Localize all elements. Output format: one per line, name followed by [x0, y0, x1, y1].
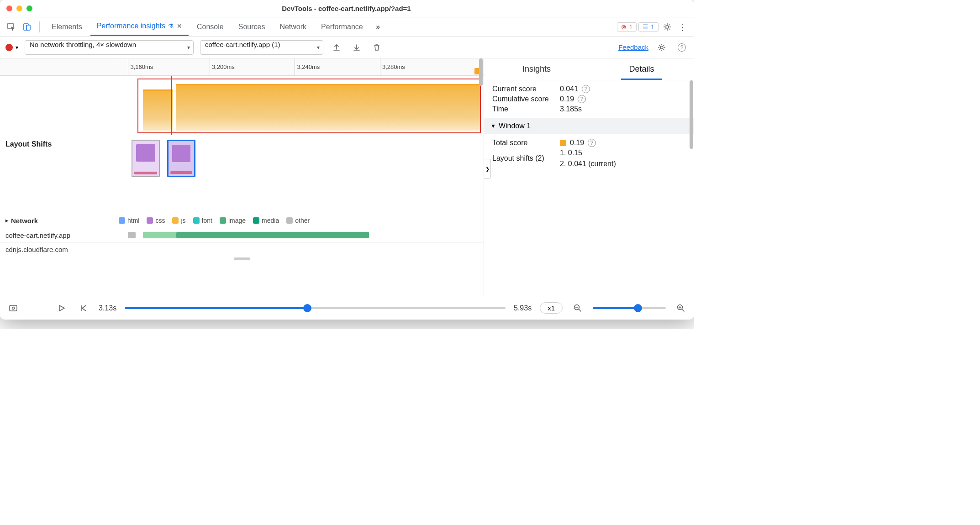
rewind-button[interactable] — [77, 301, 90, 315]
issues-count: 1 — [651, 23, 654, 31]
insights-tab-label: Insights — [522, 64, 551, 74]
error-icon: ⊗ — [621, 23, 627, 31]
tick-label: 3,280ms — [382, 63, 405, 70]
network-bar-track[interactable] — [113, 228, 484, 242]
svg-point-4 — [660, 46, 663, 49]
tab-label: Network — [279, 23, 306, 31]
close-window-button[interactable] — [6, 5, 12, 11]
tab-performance[interactable]: Performance — [315, 17, 369, 36]
legend-html: html — [127, 217, 139, 224]
feedback-link[interactable]: Feedback — [618, 43, 648, 51]
recording-select[interactable]: coffee-cart.netlify.app (1) — [200, 40, 323, 55]
devtools-window: DevTools - coffee-cart.netlify.app/?ad=1… — [0, 0, 694, 320]
screenshot-thumb[interactable] — [132, 140, 160, 177]
help-icon[interactable]: ? — [675, 41, 689, 54]
panel-settings-icon[interactable] — [655, 41, 669, 54]
help-icon[interactable]: ? — [578, 95, 586, 103]
time-slider[interactable] — [125, 303, 506, 314]
insights-toolbar: ▾ No network throttling, 4× slowdown cof… — [0, 37, 694, 58]
kebab-menu-icon[interactable]: ⋮ — [676, 20, 690, 34]
current-score-value: 0.041 — [560, 85, 578, 93]
zoom-slider[interactable] — [593, 303, 666, 314]
layout-shifts-row: Layout Shifts — [0, 76, 484, 213]
tab-sources[interactable]: Sources — [232, 17, 272, 36]
error-count: 1 — [629, 23, 632, 31]
layout-shifts-label: Layout Shifts — [0, 76, 113, 213]
svg-point-3 — [666, 26, 669, 28]
ruler-ticks[interactable]: 3,160ms 3,200ms 3,240ms 3,280ms — [113, 58, 484, 75]
timeline-scrollbar[interactable] — [478, 58, 483, 296]
playhead-line[interactable] — [171, 76, 172, 135]
tab-details[interactable]: Details — [589, 58, 694, 80]
tab-label: Performance insights — [97, 22, 165, 30]
more-tabs-icon[interactable]: » — [371, 20, 385, 34]
details-kv: Current score 0.041? Cumulative score 0.… — [484, 80, 694, 118]
inspect-element-icon[interactable] — [5, 20, 18, 34]
tab-performance-insights[interactable]: Performance insights ⚗ ✕ — [90, 17, 189, 36]
import-icon[interactable] — [350, 41, 364, 54]
issues-badge[interactable]: ☰ 1 — [638, 22, 659, 31]
timeline-pane: 3,160ms 3,200ms 3,240ms 3,280ms Layout S… — [0, 58, 484, 296]
play-button[interactable] — [55, 301, 68, 315]
timeline-player: 3.13s 5.93s x1 — [0, 296, 694, 320]
host-label: cdnjs.cloudflare.com — [5, 246, 68, 253]
legend-js: js — [181, 217, 185, 224]
cls-window-box — [137, 79, 481, 133]
player-end-time: 5.93s — [514, 304, 532, 312]
delete-icon[interactable] — [370, 41, 384, 54]
screenshot-thumb-selected[interactable] — [167, 140, 195, 177]
maximize-window-button[interactable] — [26, 5, 32, 11]
layout-shift-item[interactable]: 2. 0.041 (current) — [560, 160, 616, 168]
help-icon[interactable]: ? — [588, 139, 596, 147]
error-badge[interactable]: ⊗ 1 — [617, 22, 637, 31]
window-section-body: Total score 0.19? Layout shifts (2) 1. 0… — [484, 134, 694, 173]
svg-rect-2 — [26, 25, 30, 30]
issues-icon: ☰ — [643, 23, 648, 31]
details-pane: ❯ Insights Details Current score 0.041? … — [484, 58, 694, 296]
layout-shifts-count-label: Layout shifts (2) — [492, 154, 556, 163]
throttling-select[interactable]: No network throttling, 4× slowdown — [25, 40, 194, 55]
time-ruler: 3,160ms 3,200ms 3,240ms 3,280ms — [0, 58, 484, 76]
close-tab-icon[interactable]: ✕ — [177, 22, 182, 30]
expand-sidepanel-icon[interactable]: ❯ — [484, 159, 491, 179]
tick-label: 3,160ms — [130, 63, 153, 70]
total-score-label: Total score — [492, 139, 556, 147]
main-area: 3,160ms 3,200ms 3,240ms 3,280ms Layout S… — [0, 58, 694, 296]
details-scrollbar[interactable] — [689, 58, 693, 296]
minimize-window-button[interactable] — [16, 5, 22, 11]
preview-toggle-icon[interactable] — [6, 301, 20, 315]
zoom-in-icon[interactable] — [674, 301, 688, 315]
svg-point-6 — [12, 307, 15, 309]
legend-image: image — [228, 217, 246, 224]
network-host-row: coffee-cart.netlify.app — [0, 228, 484, 242]
record-button[interactable] — [5, 44, 13, 51]
layout-shifts-track[interactable] — [113, 76, 484, 213]
svg-rect-5 — [10, 305, 17, 311]
settings-gear-icon[interactable] — [660, 20, 674, 34]
resize-handle[interactable] — [0, 256, 484, 262]
export-icon[interactable] — [330, 41, 343, 54]
zoom-out-icon[interactable] — [571, 301, 585, 315]
title-bar: DevTools - coffee-cart.netlify.app/?ad=1 — [0, 0, 694, 17]
legend-other: other — [295, 217, 310, 224]
legend-css: css — [155, 217, 165, 224]
tab-network[interactable]: Network — [273, 17, 313, 36]
zoom-text: x1 — [548, 304, 555, 312]
expand-icon[interactable]: ▸ — [5, 217, 8, 224]
cumulative-score-value: 0.19 — [560, 95, 574, 103]
host-label: coffee-cart.netlify.app — [5, 231, 70, 239]
device-toolbar-icon[interactable] — [20, 20, 34, 34]
layout-shift-item[interactable]: 1. 0.15 — [560, 149, 582, 157]
tab-elements[interactable]: Elements — [45, 17, 89, 36]
collapse-icon[interactable]: ▼ — [490, 123, 496, 129]
record-dropdown-icon[interactable]: ▾ — [16, 44, 18, 51]
tick-label: 3,200ms — [212, 63, 235, 70]
tab-console[interactable]: Console — [190, 17, 230, 36]
window-section-header[interactable]: ▼ Window 1 — [484, 118, 694, 134]
zoom-value[interactable]: x1 — [540, 302, 563, 314]
window-title: DevTools - coffee-cart.netlify.app/?ad=1 — [32, 5, 660, 12]
help-icon[interactable]: ? — [582, 85, 590, 93]
flask-icon: ⚗ — [168, 22, 174, 30]
details-tabs: Insights Details — [484, 58, 694, 80]
tab-insights[interactable]: Insights — [484, 58, 589, 80]
